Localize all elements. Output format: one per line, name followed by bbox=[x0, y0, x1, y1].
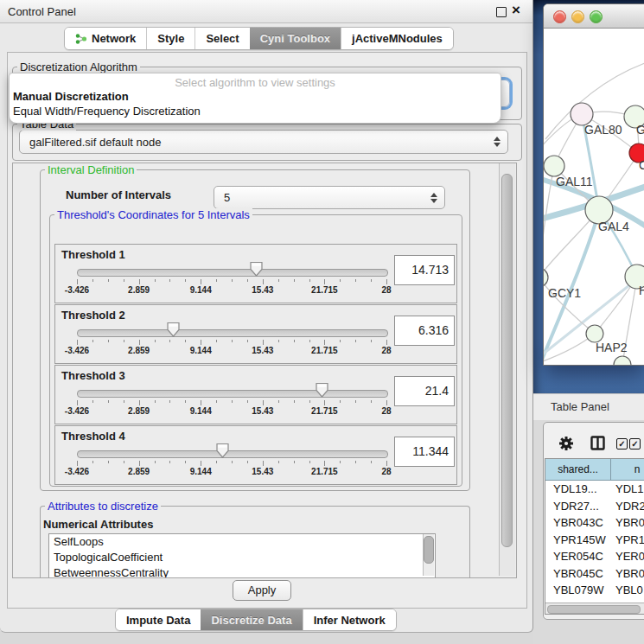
table-data-combobox[interactable]: galFiltered.sif default node bbox=[19, 130, 508, 154]
number-of-intervals-combobox[interactable]: 5 bbox=[214, 186, 445, 209]
checkbox-checked-icon[interactable] bbox=[616, 438, 628, 450]
table-data-value: galFiltered.sif default node bbox=[20, 136, 493, 149]
attribute-list-item[interactable]: BetweennessCentrality bbox=[49, 565, 435, 577]
slider-track[interactable] bbox=[77, 450, 388, 458]
slider-thumb[interactable] bbox=[249, 261, 264, 277]
tab-select[interactable]: Select bbox=[194, 28, 249, 49]
tick-label: -3.426 bbox=[65, 406, 89, 416]
slider-thumb[interactable] bbox=[215, 443, 230, 459]
gear-icon[interactable] bbox=[558, 435, 575, 452]
tab-style[interactable]: Style bbox=[146, 28, 194, 49]
slider-tick-labels: -3.4262.8599.14415.4321.71528 bbox=[77, 285, 386, 296]
stepper-arrows-icon bbox=[430, 193, 437, 203]
tab-jactivemnodules[interactable]: jActiveMNodules bbox=[341, 28, 453, 49]
threshold-2-slider[interactable]: -3.4262.8599.14415.4321.71528 bbox=[77, 322, 386, 360]
vertical-scrollbar-thumb[interactable] bbox=[501, 174, 513, 547]
threshold-3-value-field[interactable]: 21.4 bbox=[394, 376, 455, 406]
tab-label: Infer Network bbox=[314, 614, 386, 627]
tab-label: Discretize Data bbox=[211, 614, 291, 627]
number-of-intervals-label: Number of Intervals bbox=[66, 188, 171, 201]
slider-tick-labels: -3.4262.8599.14415.4321.71528 bbox=[77, 467, 386, 477]
tab-infer-network[interactable]: Infer Network bbox=[303, 609, 396, 630]
tick-label: 21.715 bbox=[311, 467, 338, 476]
tick-label: 9.144 bbox=[190, 346, 212, 355]
cell-shared-name: YBR043C bbox=[545, 514, 611, 532]
algorithm-dropdown-popup: Select algorithm to view settings Manual… bbox=[9, 73, 501, 124]
tick-label: 9.144 bbox=[190, 406, 212, 416]
tick-label: 15.43 bbox=[252, 285, 273, 295]
network-node-gcy1[interactable] bbox=[544, 268, 548, 287]
popup-header: Select algorithm to view settings bbox=[10, 76, 501, 89]
cell-name: YDR2 bbox=[611, 498, 644, 515]
slider-track[interactable] bbox=[77, 390, 388, 398]
table-panel-title: Table Panel bbox=[551, 400, 609, 413]
table-row[interactable]: YBR045CYBR0 bbox=[545, 565, 644, 583]
close-light[interactable] bbox=[553, 10, 566, 23]
cell-name: YBR0 bbox=[611, 514, 644, 532]
threshold-2-value-field[interactable]: 6.316 bbox=[394, 316, 455, 346]
apply-button[interactable]: Apply bbox=[233, 580, 291, 601]
threshold-4-slider[interactable]: -3.4262.8599.14415.4321.71528 bbox=[77, 443, 386, 481]
threshold-1-slider[interactable]: -3.4262.8599.14415.4321.71528 bbox=[77, 261, 386, 299]
cell-shared-name: YDL19... bbox=[545, 481, 611, 498]
slider-tick-labels: -3.4262.8599.14415.4321.71528 bbox=[77, 346, 386, 356]
numerical-attributes-list[interactable]: SelfLoopsTopologicalCoefficientBetweenne… bbox=[48, 533, 436, 577]
table-row[interactable]: YBR043CYBR0 bbox=[545, 514, 644, 532]
screen: Control Panel NetworkStyleSelectCyni Too… bbox=[0, 0, 644, 644]
slider-track[interactable] bbox=[77, 329, 388, 337]
tick-label: 9.144 bbox=[190, 285, 212, 295]
table-row[interactable]: YDR27...YDR2 bbox=[545, 498, 644, 515]
table-row[interactable]: YER054CYER0 bbox=[545, 548, 644, 565]
bottom-tab-bar: Impute DataDiscretize DataInfer Network bbox=[115, 609, 397, 631]
network-canvas[interactable]: GAL80GACGAL11GAL4GCY1HHAP2 bbox=[544, 29, 644, 365]
checkbox-checked-icon[interactable] bbox=[629, 438, 641, 450]
horizontal-scrollbar-thumb[interactable] bbox=[547, 605, 641, 614]
float-icon[interactable] bbox=[496, 7, 507, 17]
table-row[interactable]: YBL079WYBL0 bbox=[545, 582, 644, 599]
network-view-window: GAL80GACGAL11GAL4GCY1HHAP2 bbox=[543, 3, 644, 366]
column-header-shared[interactable]: shared... bbox=[545, 459, 611, 481]
tick-label: 21.715 bbox=[311, 406, 338, 416]
column-split-icon[interactable] bbox=[590, 436, 605, 450]
close-icon[interactable] bbox=[512, 2, 520, 19]
zoom-light[interactable] bbox=[590, 10, 603, 23]
threshold-1-panel: Threshold 1 -3.4262.8599.14415.4321.7152… bbox=[54, 244, 457, 303]
tab-cyni-toolbox[interactable]: Cyni Toolbox bbox=[250, 28, 341, 49]
tab-impute-data[interactable]: Impute Data bbox=[116, 609, 201, 630]
threshold-1-value-field[interactable]: 14.713 bbox=[394, 255, 455, 285]
tick-label: -3.426 bbox=[65, 467, 89, 476]
tab-discretize-data[interactable]: Discretize Data bbox=[201, 609, 302, 630]
tab-label: Impute Data bbox=[126, 614, 190, 627]
slider-track[interactable] bbox=[77, 269, 388, 277]
slider-thumb[interactable] bbox=[315, 382, 329, 399]
tick-label: 15.43 bbox=[252, 346, 273, 355]
table-row[interactable]: YDL19...YDL1 bbox=[545, 481, 644, 498]
table-row[interactable]: YPR145WYPR1 bbox=[545, 532, 644, 549]
table-panel-titlebar: Table Panel bbox=[533, 393, 644, 421]
threshold-4-value-field[interactable]: 11.344 bbox=[394, 437, 455, 467]
group-title: Discretization Algorithm bbox=[17, 61, 140, 73]
attribute-list-item[interactable]: SelfLoops bbox=[49, 534, 435, 550]
network-node[interactable] bbox=[614, 356, 631, 365]
popup-option-manual-discretization[interactable]: Manual Discretization bbox=[13, 90, 497, 105]
attribute-list-item[interactable]: TopologicalCoefficient bbox=[49, 550, 435, 565]
slider-ticks bbox=[77, 340, 386, 345]
tab-network[interactable]: Network bbox=[65, 28, 146, 49]
network-node-hap2[interactable] bbox=[586, 325, 603, 342]
tick-label: 15.43 bbox=[252, 467, 273, 476]
threshold-3-slider[interactable]: -3.4262.8599.14415.4321.71528 bbox=[77, 382, 386, 420]
top-tab-bar: NetworkStyleSelectCyni ToolboxjActiveMNo… bbox=[64, 27, 454, 50]
slider-thumb[interactable] bbox=[166, 322, 181, 338]
group-title: Threshold's Coordinates for 5 Intervals bbox=[54, 208, 252, 221]
minimize-light[interactable] bbox=[571, 10, 584, 23]
network-node-gal11[interactable] bbox=[544, 156, 564, 176]
node-table: shared... n YDL19...YDL1YDR27...YDR2YBR0… bbox=[545, 458, 644, 615]
node-label: GAL4 bbox=[598, 220, 629, 233]
horizontal-scrollbar[interactable] bbox=[545, 603, 644, 614]
list-scrollbar-thumb[interactable] bbox=[424, 536, 434, 564]
tick-label: 28 bbox=[381, 285, 391, 295]
column-header-name[interactable]: n bbox=[611, 459, 644, 481]
tab-label: Select bbox=[206, 32, 239, 45]
popup-option-equal-width-frequency[interactable]: Equal Width/Frequency Discretization bbox=[13, 105, 497, 119]
cell-shared-name: YER054C bbox=[545, 548, 611, 565]
